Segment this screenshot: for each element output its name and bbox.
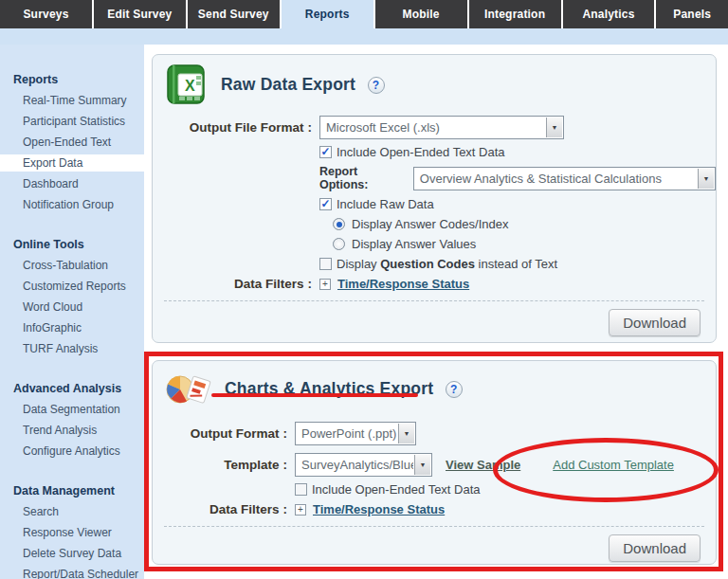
data-filters-label: Data Filters: [153, 277, 312, 291]
output-format-value: PowerPoint (.ppt) [296, 423, 397, 444]
raw-data-export-panel: X Raw Data Export ? Output File Format: … [152, 54, 717, 343]
sidebar-item-data-segmentation[interactable]: Data Segmentation [0, 401, 144, 418]
charts-export-header: Charts & Analytics Export ? [153, 361, 716, 408]
raw-data-export-form: Output File Format: Microsoft Excel (.xl… [153, 106, 716, 291]
tab-analytics[interactable]: Analytics [563, 0, 655, 28]
top-navigation: Surveys Edit Survey Send Survey Reports … [0, 0, 728, 28]
help-icon[interactable]: ? [446, 381, 463, 398]
excel-icon: X [164, 63, 208, 106]
sidebar-heading-reports: Reports [0, 73, 144, 92]
charts-export-form: Output Format: PowerPoint (.ppt) ▼ Templ… [153, 408, 716, 516]
sidebar-item-word-cloud[interactable]: Word Cloud [0, 299, 144, 316]
output-format-label: Output Format: [153, 426, 287, 441]
sidebar-heading-data-management: Data Management [0, 484, 144, 503]
display-answer-codes-label: Display Answer Codes/Index [352, 217, 508, 231]
add-custom-template-link[interactable]: Add Custom Template [553, 458, 674, 472]
expand-plus-icon[interactable]: + [295, 504, 306, 516]
active-tab-strip [0, 28, 728, 45]
sidebar-item-customized-reports[interactable]: Customized Reports [0, 278, 144, 295]
raw-data-export-header: X Raw Data Export ? [153, 55, 716, 106]
sidebar-section-data-management: Data Management Search Response Viewer D… [0, 484, 144, 579]
time-response-status-link[interactable]: Time/Response Status [313, 502, 445, 516]
sidebar-item-delete-survey-data[interactable]: Delete Survey Data [0, 545, 144, 562]
dropdown-arrow-icon[interactable]: ▼ [546, 118, 562, 137]
sidebar-item-turf-analysis[interactable]: TURF Analysis [0, 340, 144, 357]
sidebar-item-export-data[interactable]: Export Data [0, 154, 144, 172]
tab-integration[interactable]: Integration [469, 0, 561, 28]
expand-plus-icon[interactable]: + [319, 279, 331, 290]
sidebar-item-notification-group[interactable]: Notification Group [0, 196, 144, 213]
report-options-select[interactable]: Overview Analytics & Statistical Calcula… [413, 167, 716, 190]
sidebar: Reports Real-Time Summary Participant St… [0, 45, 144, 579]
output-file-format-select[interactable]: Microsoft Excel (.xls) ▼ [319, 116, 564, 139]
time-response-status-link[interactable]: Time/Response Status [337, 277, 469, 291]
sidebar-item-report-data-scheduler[interactable]: Report/Data Scheduler [0, 566, 144, 579]
dropdown-arrow-icon[interactable]: ▼ [414, 455, 430, 475]
charts-analytics-export-panel: Charts & Analytics Export ? Output Forma… [152, 360, 717, 565]
include-raw-data-label: Include Raw Data [337, 197, 434, 211]
tab-surveys[interactable]: Surveys [0, 0, 92, 28]
svg-text:X: X [185, 78, 195, 94]
pie-chart-icon [164, 369, 211, 408]
include-open-ended-checkbox[interactable]: ✓ [295, 483, 307, 496]
template-value: SurveyAnalytics/Blue [296, 454, 413, 476]
dropdown-arrow-icon[interactable]: ▼ [398, 424, 414, 443]
output-file-format-label: Output File Format: [153, 120, 312, 135]
sidebar-item-infographic[interactable]: InfoGraphic [0, 319, 144, 336]
annotation-red-underline [211, 393, 418, 397]
tab-reports[interactable]: Reports [282, 0, 373, 28]
output-file-format-value: Microsoft Excel (.xls) [320, 117, 545, 138]
sidebar-item-response-viewer[interactable]: Response Viewer [0, 524, 144, 541]
tab-edit-survey[interactable]: Edit Survey [94, 0, 186, 28]
raw-data-export-title: Raw Data Export [221, 75, 355, 94]
include-open-ended-label: Include Open-Ended Text Data [312, 482, 481, 497]
include-open-ended-checkbox[interactable]: ✓ [319, 146, 332, 158]
sidebar-section-reports: Reports Real-Time Summary Participant St… [0, 73, 144, 213]
sidebar-item-trend-analysis[interactable]: Trend Analysis [0, 422, 144, 439]
sidebar-section-advanced-analysis: Advanced Analysis Data Segmentation Tren… [0, 382, 144, 460]
include-raw-data-checkbox[interactable]: ✓ [319, 198, 332, 210]
charts-export-download-button[interactable]: Download [609, 534, 701, 562]
raw-export-download-button[interactable]: Download [609, 309, 701, 336]
view-sample-link[interactable]: View Sample [446, 458, 520, 472]
template-select[interactable]: SurveyAnalytics/Blue ▼ [295, 453, 432, 477]
sidebar-item-configure-analytics[interactable]: Configure Analytics [0, 443, 144, 460]
sidebar-item-cross-tabulation[interactable]: Cross-Tabulation [0, 257, 144, 274]
sidebar-item-open-ended-text[interactable]: Open-Ended Text [0, 134, 144, 151]
report-options-label: Report Options: [319, 165, 408, 191]
question-codes-checkbox[interactable]: ✓ [319, 258, 332, 270]
display-answer-codes-radio[interactable] [333, 218, 345, 230]
data-filters-label: Data Filters: [153, 502, 287, 516]
sidebar-item-real-time-summary[interactable]: Real-Time Summary [0, 92, 144, 109]
tab-panels[interactable]: Panels [656, 0, 728, 28]
sidebar-item-dashboard[interactable]: Dashboard [0, 175, 144, 192]
template-label: Template: [153, 458, 287, 472]
sidebar-heading-advanced-analysis: Advanced Analysis [0, 382, 144, 401]
display-answer-values-label: Display Answer Values [352, 237, 476, 251]
sidebar-item-search[interactable]: Search [0, 503, 144, 520]
report-options-value: Overview Analytics & Statistical Calcula… [414, 168, 697, 190]
help-icon[interactable]: ? [368, 77, 385, 94]
display-answer-values-radio[interactable] [333, 238, 345, 250]
sidebar-section-online-tools: Online Tools Cross-Tabulation Customized… [0, 238, 144, 357]
tab-send-survey[interactable]: Send Survey [188, 0, 280, 28]
question-codes-label: Display Question Codes instead of Text [337, 257, 557, 271]
sidebar-heading-online-tools: Online Tools [0, 238, 144, 257]
dropdown-arrow-icon[interactable]: ▼ [698, 169, 714, 189]
sidebar-item-participant-statistics[interactable]: Participant Statistics [0, 113, 144, 130]
tab-mobile[interactable]: Mobile [375, 0, 467, 28]
include-open-ended-label: Include Open-Ended Text Data [337, 145, 505, 159]
output-format-select[interactable]: PowerPoint (.ppt) ▼ [295, 422, 416, 445]
